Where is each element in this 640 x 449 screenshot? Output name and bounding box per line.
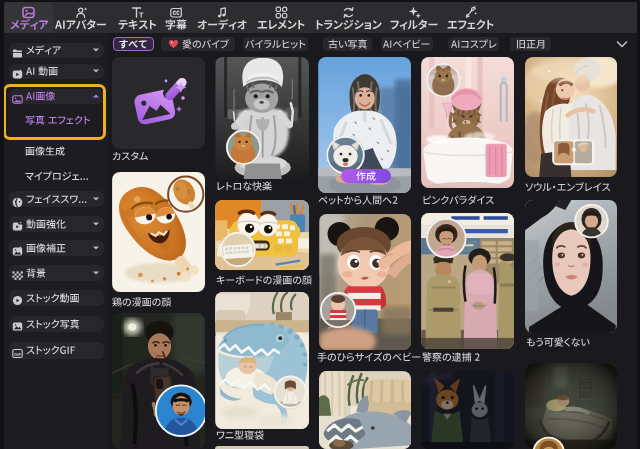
svg-text:GIF: GIF <box>14 351 21 356</box>
